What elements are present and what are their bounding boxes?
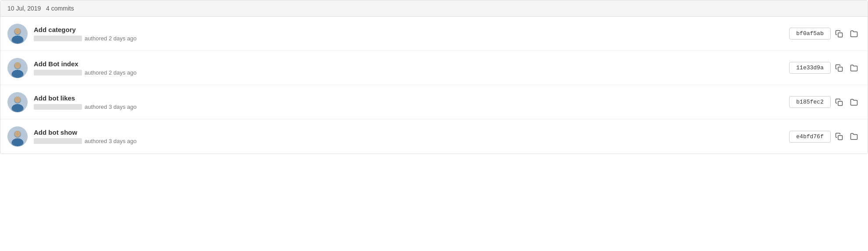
- copy-button[interactable]: [832, 130, 846, 143]
- commit-meta: authored 2 days ago: [34, 35, 789, 42]
- svg-point-15: [14, 97, 21, 103]
- copy-button[interactable]: [832, 27, 846, 40]
- svg-point-22: [12, 138, 23, 146]
- commit-actions: 11e33d9a: [789, 61, 861, 75]
- svg-rect-17: [838, 101, 843, 105]
- commit-title: Add category: [34, 26, 789, 33]
- group-header: 10 Jul, 2019 4 commits: [0, 0, 868, 17]
- browse-button[interactable]: [847, 130, 861, 143]
- avatar: [7, 92, 28, 112]
- commit-row: Add bot likes authored 3 days ago b185fe…: [0, 85, 868, 119]
- avatar: [7, 126, 28, 147]
- commit-hash: e4bfd76f: [789, 131, 831, 143]
- commit-info: Add bot show authored 3 days ago: [34, 129, 789, 144]
- copy-button[interactable]: [832, 61, 846, 75]
- commit-info: Add bot likes authored 3 days ago: [34, 94, 789, 110]
- commit-actions: b185fec2: [789, 96, 861, 109]
- author-placeholder: [34, 36, 82, 41]
- commit-group: 10 Jul, 2019 4 commits Add category auth…: [0, 0, 868, 154]
- group-date: 10 Jul, 2019: [7, 5, 41, 12]
- browse-button[interactable]: [847, 96, 861, 109]
- folder-icon: [850, 30, 858, 38]
- commit-title: Add bot show: [34, 129, 789, 136]
- author-placeholder: [34, 70, 82, 75]
- copy-button[interactable]: [832, 96, 846, 109]
- svg-rect-5: [838, 32, 843, 37]
- folder-icon: [850, 64, 858, 72]
- commit-row: Add Bot index authored 2 days ago 11e33d…: [0, 51, 868, 85]
- folder-icon: [850, 98, 858, 106]
- copy-icon: [835, 98, 843, 106]
- svg-point-4: [12, 36, 23, 43]
- commit-actions: e4bfd76f: [789, 130, 861, 143]
- author-placeholder: [34, 104, 82, 110]
- authored-text: authored 3 days ago: [85, 138, 137, 144]
- authored-text: authored 2 days ago: [85, 35, 137, 42]
- commit-meta: authored 2 days ago: [34, 69, 789, 76]
- avatar: [7, 24, 28, 44]
- folder-icon: [850, 133, 858, 140]
- commit-hash: 11e33d9a: [789, 62, 831, 74]
- browse-button[interactable]: [847, 61, 861, 75]
- avatar: [7, 58, 28, 78]
- commit-title: Add Bot index: [34, 60, 789, 68]
- copy-icon: [835, 30, 843, 38]
- svg-rect-11: [838, 67, 843, 71]
- svg-point-21: [14, 131, 21, 137]
- svg-point-16: [12, 104, 23, 112]
- commit-info: Add Bot index authored 2 days ago: [34, 60, 789, 76]
- copy-icon: [835, 64, 843, 72]
- commit-meta: authored 3 days ago: [34, 138, 789, 144]
- svg-point-3: [14, 28, 21, 34]
- browse-button[interactable]: [847, 27, 861, 40]
- authored-text: authored 3 days ago: [85, 104, 137, 110]
- author-placeholder: [34, 138, 82, 144]
- commit-hash: bf0af5ab: [789, 28, 831, 39]
- copy-icon: [835, 133, 843, 140]
- commit-info: Add category authored 2 days ago: [34, 26, 789, 42]
- group-commit-count: 4 commits: [46, 5, 74, 12]
- commit-hash: b185fec2: [789, 96, 831, 108]
- svg-point-9: [14, 62, 21, 68]
- commit-row: Add category authored 2 days ago bf0af5a…: [0, 17, 868, 51]
- commit-actions: bf0af5ab: [789, 27, 861, 40]
- commit-row: Add bot show authored 3 days ago e4bfd76…: [0, 119, 868, 154]
- svg-point-10: [12, 70, 23, 78]
- svg-rect-23: [838, 136, 843, 140]
- commits-container: Add category authored 2 days ago bf0af5a…: [0, 17, 868, 154]
- commit-title: Add bot likes: [34, 94, 789, 102]
- commit-meta: authored 3 days ago: [34, 104, 789, 110]
- authored-text: authored 2 days ago: [85, 69, 137, 76]
